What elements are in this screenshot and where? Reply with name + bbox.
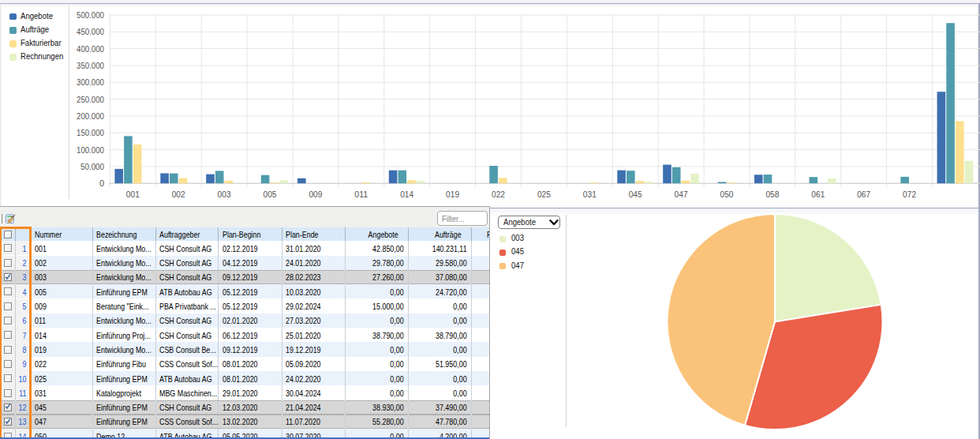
svg-text:003: 003 (218, 189, 231, 199)
svg-text:400.000: 400.000 (77, 44, 104, 54)
svg-text:50.000: 50.000 (80, 162, 104, 171)
svg-text:009: 009 (309, 189, 322, 199)
svg-text:002: 002 (172, 189, 185, 199)
svg-text:050: 050 (720, 189, 734, 199)
svg-text:025: 025 (537, 189, 551, 199)
svg-text:001: 001 (126, 189, 140, 199)
svg-text:500.000: 500.000 (77, 10, 104, 20)
svg-text:014: 014 (400, 189, 413, 199)
svg-text:022: 022 (492, 189, 505, 199)
svg-text:250.000: 250.000 (77, 95, 104, 104)
svg-text:061: 061 (811, 189, 825, 199)
svg-text:011: 011 (354, 189, 368, 199)
svg-text:058: 058 (765, 189, 779, 199)
svg-text:350.000: 350.000 (77, 61, 104, 70)
svg-text:005: 005 (264, 189, 277, 199)
svg-text:200.000: 200.000 (77, 111, 104, 121)
svg-text:072: 072 (903, 189, 916, 199)
svg-text:019: 019 (446, 189, 459, 199)
svg-text:067: 067 (857, 189, 870, 199)
svg-text:045: 045 (629, 189, 642, 199)
svg-text:300.000: 300.000 (77, 77, 104, 87)
svg-text:0: 0 (99, 178, 104, 188)
svg-text:047: 047 (675, 189, 688, 199)
svg-text:150.000: 150.000 (77, 128, 104, 137)
svg-text:031: 031 (583, 189, 597, 199)
svg-text:100.000: 100.000 (77, 145, 104, 155)
svg-text:450.000: 450.000 (77, 27, 104, 36)
